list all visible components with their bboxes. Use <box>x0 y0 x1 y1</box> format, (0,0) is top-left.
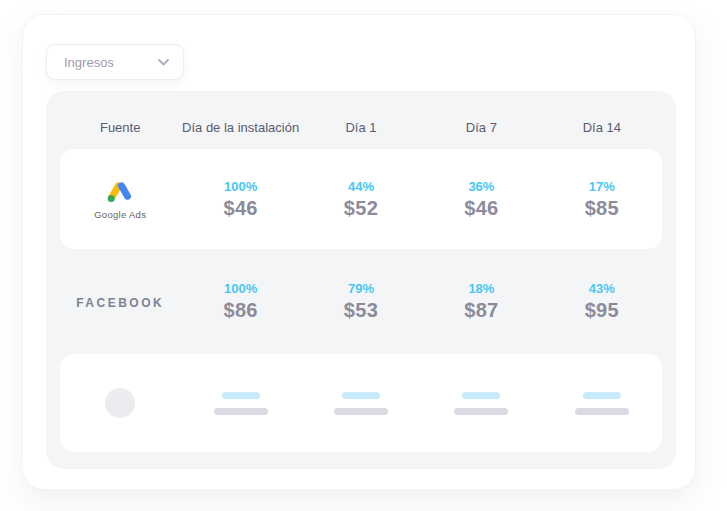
skeleton-metric-cell <box>301 392 421 415</box>
attribution-table: Fuente Día de la instalación Día 1 Día 7… <box>46 91 676 469</box>
source-label: Google Ads <box>94 209 146 220</box>
source-cell-google-ads: Google Ads <box>60 179 180 220</box>
source-label: FACEBOOK <box>76 296 164 310</box>
table-row-facebook: FACEBOOK 100% $86 79% $53 18% $87 43% $9… <box>60 254 662 349</box>
metric-percent: 79% <box>301 281 421 296</box>
report-card: Ingresos Fuente Día de la instalación Dí… <box>22 14 696 490</box>
skeleton-metric-cell <box>542 392 662 415</box>
metric-dropdown[interactable]: Ingresos <box>46 44 184 80</box>
metric-cell: 17% $85 <box>542 179 662 220</box>
metric-cell: 36% $46 <box>421 179 541 220</box>
metric-value: $46 <box>421 197 541 220</box>
skeleton-bar-blue <box>583 392 621 399</box>
skeleton-source-cell <box>60 388 180 418</box>
metric-value: $46 <box>180 197 300 220</box>
skeleton-bar-gray <box>214 408 268 415</box>
metric-percent: 36% <box>421 179 541 194</box>
skeleton-metric-cell <box>421 392 541 415</box>
metric-value: $85 <box>542 197 662 220</box>
column-header-dia-1: Día 1 <box>301 120 421 135</box>
skeleton-bar-blue <box>222 392 260 399</box>
skeleton-bar-gray <box>334 408 388 415</box>
metric-cell: 100% $46 <box>180 179 300 220</box>
metric-cell: 44% $52 <box>301 179 421 220</box>
column-header-fuente: Fuente <box>60 120 180 135</box>
metric-cell: 100% $86 <box>180 281 300 322</box>
metric-cell: 18% $87 <box>421 281 541 322</box>
metric-cell: 79% $53 <box>301 281 421 322</box>
metric-value: $52 <box>301 197 421 220</box>
source-cell-facebook: FACEBOOK <box>60 293 180 311</box>
skeleton-bar-blue <box>342 392 380 399</box>
metric-value: $86 <box>180 299 300 322</box>
metric-dropdown-value: Ingresos <box>64 55 114 70</box>
skeleton-avatar <box>105 388 135 418</box>
metric-percent: 100% <box>180 281 300 296</box>
column-header-dia-14: Día 14 <box>542 120 662 135</box>
google-ads-logo-icon <box>106 179 134 207</box>
table-row-loading <box>60 354 662 452</box>
metric-cell: 43% $95 <box>542 281 662 322</box>
skeleton-bar-gray <box>454 408 508 415</box>
column-header-dia-7: Día 7 <box>421 120 541 135</box>
metric-value: $87 <box>421 299 541 322</box>
metric-percent: 18% <box>421 281 541 296</box>
chevron-down-icon <box>158 59 169 66</box>
table-header-row: Fuente Día de la instalación Día 1 Día 7… <box>60 105 662 149</box>
skeleton-bar-blue <box>462 392 500 399</box>
metric-percent: 17% <box>542 179 662 194</box>
table-row-google-ads: Google Ads 100% $46 44% $52 36% $46 17% … <box>60 149 662 249</box>
metric-percent: 44% <box>301 179 421 194</box>
metric-value: $95 <box>542 299 662 322</box>
metric-percent: 43% <box>542 281 662 296</box>
skeleton-bar-gray <box>575 408 629 415</box>
metric-value: $53 <box>301 299 421 322</box>
column-header-dia-instalacion: Día de la instalación <box>180 120 300 135</box>
metric-percent: 100% <box>180 179 300 194</box>
skeleton-metric-cell <box>180 392 300 415</box>
